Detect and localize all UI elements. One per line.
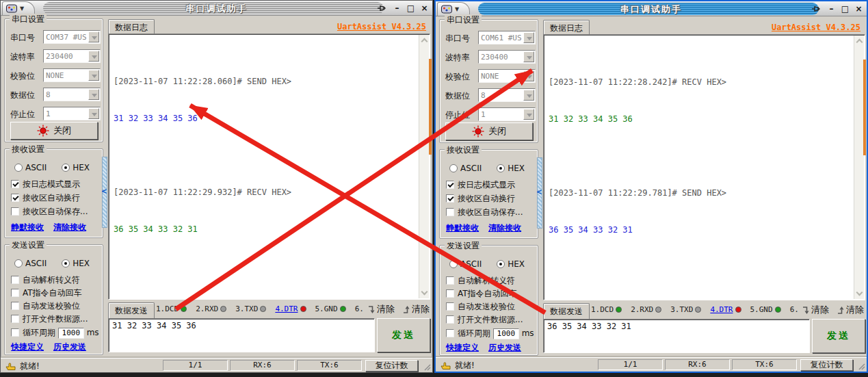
combo-arrow-icon[interactable] [523, 32, 534, 43]
databits-select[interactable]: 8 [478, 88, 536, 102]
tab-data-log[interactable]: 数据日志 [543, 20, 590, 36]
dcd-led [616, 307, 622, 313]
close-window-button[interactable]: × [419, 3, 430, 14]
scroll-down-icon[interactable] [421, 289, 428, 296]
parity-select[interactable]: NONE [43, 68, 101, 82]
cycle-ms-input[interactable] [58, 328, 84, 339]
maximize-button[interactable]: □ [840, 4, 850, 14]
radio-ascii[interactable]: ASCII [449, 164, 482, 173]
radio-hex[interactable]: HEX [62, 259, 90, 268]
send-data-input[interactable]: 36 35 34 33 32 31 [543, 319, 810, 353]
checkbox-at-return[interactable]: AT指令自动回车 [11, 287, 82, 299]
combo-arrow-icon[interactable] [523, 90, 534, 101]
combo-arrow-icon[interactable] [88, 31, 99, 42]
checkbox-auto-save[interactable]: 接收区自动保存... [446, 207, 523, 218]
maximize-button[interactable]: □ [406, 3, 416, 14]
receive-log-area[interactable]: [2023-11-07 11:22:28.060]# SEND HEX> 31 … [108, 34, 430, 300]
clear-send-button[interactable]: 清除 [402, 303, 430, 315]
combo-arrow-icon[interactable] [523, 109, 534, 120]
tab-data-send[interactable]: 数据发送 [108, 302, 155, 318]
radio-hex[interactable]: HEX [62, 163, 90, 172]
tab-data-log[interactable]: 数据日志 [108, 19, 155, 35]
panel-collapse-handle[interactable]: < [102, 157, 107, 228]
checkbox-auto-save[interactable]: 接收区自动保存... [11, 206, 88, 218]
radio-ascii[interactable]: ASCII [449, 259, 482, 269]
combo-arrow-icon[interactable] [523, 70, 534, 81]
led-glow-icon [472, 125, 484, 138]
scroll-down-icon[interactable] [856, 289, 863, 296]
dtr-toggle-link[interactable]: 4.DTR [710, 305, 733, 314]
stopbits-select[interactable]: 1 [478, 107, 536, 121]
radio-hex[interactable]: HEX [497, 164, 525, 173]
arrow-down-icon [367, 305, 375, 314]
radio-ascii[interactable]: ASCII [14, 259, 47, 268]
combo-arrow-icon[interactable] [523, 51, 534, 62]
titlebar[interactable]: ▼ 串口调试助手 – □ × [436, 1, 867, 16]
combo-arrow-icon[interactable] [88, 70, 99, 81]
resize-grip[interactable] [423, 363, 431, 371]
pin-icon[interactable] [373, 3, 389, 14]
checkbox-escape-parse[interactable]: 自动解析转义符 [446, 275, 515, 287]
reset-count-button[interactable]: 复位计数 [800, 359, 853, 371]
titlebar[interactable]: ▼ 串口调试助手 – □ × [1, 1, 432, 16]
baud-select[interactable]: 230400 [478, 50, 536, 64]
version-link[interactable]: UartAssist V4.3.25 [772, 23, 860, 32]
databits-select[interactable]: 8 [43, 88, 101, 101]
checkbox-auto-checksum[interactable]: 自动发送校验位 [11, 300, 80, 312]
quick-define-link[interactable]: 快捷定义 [11, 341, 44, 353]
tab-data-send[interactable]: 数据发送 [543, 303, 590, 319]
silent-receive-link[interactable]: 静默接收 [11, 222, 44, 233]
log-scrollbar[interactable] [419, 35, 429, 298]
silent-receive-link[interactable]: 静默接收 [446, 222, 479, 234]
clear-receive-link[interactable]: 清除接收 [488, 222, 521, 234]
checkbox-cycle-period[interactable]: 循环周期 ms [446, 328, 534, 339]
pin-icon[interactable] [808, 3, 823, 15]
close-window-button[interactable]: × [854, 4, 864, 14]
reset-count-button[interactable]: 复位计数 [365, 360, 418, 372]
radio-hex[interactable]: HEX [497, 259, 525, 269]
databits-label: 数据位 [445, 90, 470, 102]
combo-arrow-icon[interactable] [88, 108, 99, 119]
send-button[interactable]: 发送 [377, 318, 430, 352]
clear-send-button[interactable]: 清除 [836, 304, 864, 316]
radio-ascii[interactable]: ASCII [14, 163, 47, 172]
close-port-button[interactable]: 关闭 [10, 122, 98, 140]
log-scrollbar[interactable] [854, 36, 864, 299]
clear-receive-button[interactable]: 清除 [801, 304, 829, 316]
checkbox-log-mode[interactable]: 按日志模式显示 [11, 179, 80, 190]
history-send-link[interactable]: 历史发送 [53, 341, 86, 353]
checkbox-auto-wrap[interactable]: 接收区自动换行 [11, 192, 80, 204]
stopbits-select[interactable]: 1 [43, 107, 101, 120]
history-send-link[interactable]: 历史发送 [488, 342, 521, 354]
clear-receive-link[interactable]: 清除接收 [53, 222, 86, 233]
checkbox-file-source[interactable]: 打开文件数据源... [446, 314, 523, 326]
baud-select[interactable]: 230400 [43, 49, 101, 63]
port-select[interactable]: COM61 #US [478, 31, 536, 44]
dtr-toggle-link[interactable]: 4.DTR [275, 304, 298, 313]
scroll-up-icon[interactable] [421, 38, 428, 45]
version-link[interactable]: UartAssist V4.3.25 [337, 22, 426, 31]
checkbox-escape-parse[interactable]: 自动解析转义符 [11, 274, 80, 286]
send-data-input[interactable]: 31 32 33 34 35 36 [108, 318, 375, 352]
parity-select[interactable]: NONE [478, 69, 536, 83]
checkbox-log-mode[interactable]: 按日志模式显示 [446, 179, 515, 191]
minimize-button[interactable]: – [826, 4, 837, 14]
panel-collapse-handle[interactable]: < [537, 157, 542, 229]
checkbox-at-return[interactable]: AT指令自动回车 [446, 288, 517, 300]
receive-log-area[interactable]: [2023-11-07 11:22:28.242]# RECV HEX> 31 … [543, 34, 865, 300]
send-button[interactable]: 发送 [812, 319, 865, 353]
minimize-button[interactable]: – [392, 3, 402, 14]
combo-arrow-icon[interactable] [88, 51, 99, 62]
checkbox-cycle-period[interactable]: 循环周期 ms [11, 327, 99, 339]
combo-arrow-icon[interactable] [88, 89, 99, 100]
scroll-up-icon[interactable] [856, 39, 863, 46]
clear-receive-button[interactable]: 清除 [367, 303, 395, 315]
quick-define-link[interactable]: 快捷定义 [446, 342, 479, 354]
checkbox-file-source[interactable]: 打开文件数据源... [11, 313, 88, 325]
resize-grip[interactable] [858, 363, 865, 370]
cycle-ms-input[interactable] [493, 328, 519, 339]
close-port-button[interactable]: 关闭 [445, 122, 533, 140]
checkbox-auto-checksum[interactable]: 自动发送校验位 [446, 301, 515, 313]
port-select[interactable]: COM37 #US [43, 30, 101, 44]
checkbox-auto-wrap[interactable]: 接收区自动换行 [446, 193, 515, 205]
